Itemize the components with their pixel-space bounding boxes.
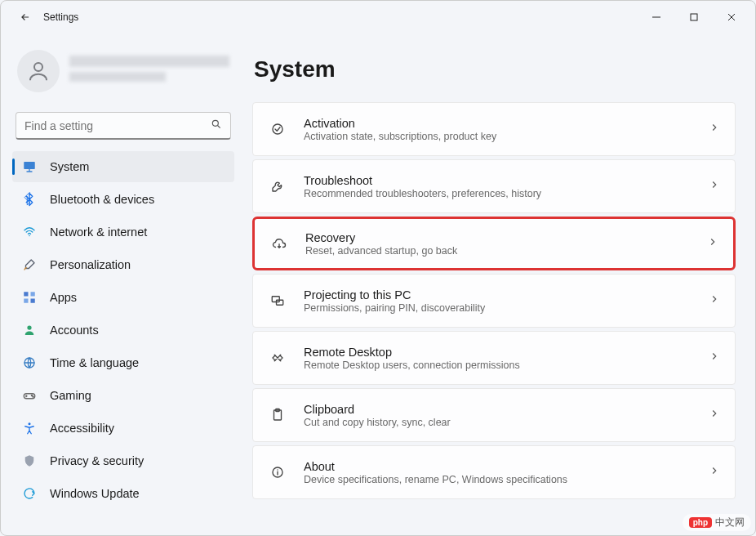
- card-troubleshoot[interactable]: Troubleshoot Recommended troubleshooters…: [252, 159, 736, 213]
- svg-rect-6: [31, 292, 35, 296]
- remote-icon: [268, 351, 287, 365]
- update-icon: [22, 486, 37, 501]
- svg-rect-16: [272, 297, 279, 302]
- sidebar-item-personalization[interactable]: Personalization: [12, 249, 234, 280]
- card-title: Troubleshoot: [304, 174, 692, 187]
- maximize-button[interactable]: [675, 4, 713, 30]
- card-title: Activation: [304, 117, 692, 130]
- chevron-right-icon: [709, 293, 720, 308]
- info-icon: [268, 465, 287, 480]
- svg-point-12: [31, 395, 32, 395]
- sidebar-item-label: Windows Update: [50, 487, 140, 500]
- settings-window: Settings: [0, 0, 756, 536]
- card-text: Recovery Reset, advanced startup, go bac…: [305, 231, 691, 257]
- sidebar-item-label: Accounts: [50, 324, 99, 337]
- profile-header[interactable]: [12, 40, 234, 107]
- back-button[interactable]: [16, 11, 35, 23]
- card-text: Troubleshoot Recommended troubleshooters…: [304, 174, 692, 199]
- svg-rect-3: [24, 162, 35, 169]
- gamepad-icon: [22, 388, 37, 403]
- sidebar-item-label: Time & language: [50, 356, 139, 369]
- card-subtitle: Activation state, subscriptions, product…: [304, 131, 692, 142]
- card-subtitle: Permissions, pairing PIN, discoverabilit…: [304, 302, 692, 314]
- settings-cards: Activation Activation state, subscriptio…: [252, 102, 736, 499]
- card-subtitle: Reset, advanced startup, go back: [305, 245, 691, 257]
- card-subtitle: Recommended troubleshooters, preferences…: [304, 188, 692, 199]
- watermark-text: 中文网: [715, 516, 745, 529]
- svg-rect-8: [31, 299, 35, 303]
- watermark: php 中文网: [683, 514, 751, 531]
- card-text: About Device specifications, rename PC, …: [304, 460, 692, 485]
- sidebar: System Bluetooth & devices Network & int…: [1, 34, 246, 535]
- person-icon: [22, 323, 37, 337]
- svg-point-2: [212, 120, 218, 126]
- card-subtitle: Remote Desktop users, connection permiss…: [304, 360, 692, 371]
- card-subtitle: Device specifications, rename PC, Window…: [304, 474, 692, 485]
- sidebar-item-label: System: [50, 160, 89, 173]
- sidebar-item-label: Bluetooth & devices: [50, 193, 154, 206]
- search-input[interactable]: [16, 112, 231, 140]
- svg-rect-0: [691, 14, 697, 20]
- chevron-right-icon: [709, 351, 720, 365]
- clipboard-icon: [268, 408, 287, 422]
- chevron-right-icon: [709, 465, 720, 480]
- chevron-right-icon: [707, 236, 718, 251]
- shield-icon: [22, 453, 37, 468]
- sidebar-item-label: Accessibility: [50, 422, 114, 435]
- recovery-icon: [269, 236, 289, 251]
- chevron-right-icon: [709, 408, 720, 422]
- brush-icon: [22, 257, 37, 272]
- watermark-logo: php: [689, 517, 712, 528]
- wifi-icon: [22, 225, 37, 239]
- sidebar-item-privacy-security[interactable]: Privacy & security: [12, 445, 234, 476]
- sidebar-item-windows-update[interactable]: Windows Update: [12, 478, 234, 509]
- search-icon: [211, 118, 222, 133]
- minimize-button[interactable]: [638, 4, 675, 30]
- globe-icon: [22, 355, 37, 370]
- sidebar-item-accessibility[interactable]: Accessibility: [12, 413, 234, 444]
- card-text: Remote Desktop Remote Desktop users, con…: [304, 346, 692, 371]
- svg-point-1: [34, 63, 42, 71]
- main-content: System Activation Activation state, subs…: [246, 34, 755, 535]
- accessibility-icon: [22, 421, 37, 436]
- sidebar-item-bluetooth-devices[interactable]: Bluetooth & devices: [12, 184, 234, 215]
- check-icon: [268, 122, 287, 136]
- bluetooth-icon: [22, 192, 37, 207]
- card-title: Projecting to this PC: [304, 288, 692, 302]
- svg-rect-7: [24, 299, 28, 303]
- card-text: Clipboard Cut and copy history, sync, cl…: [304, 403, 692, 428]
- chevron-right-icon: [709, 122, 720, 136]
- sidebar-item-accounts[interactable]: Accounts: [12, 315, 234, 346]
- close-button[interactable]: [713, 4, 750, 30]
- svg-point-4: [29, 235, 30, 237]
- svg-point-13: [33, 396, 33, 397]
- card-recovery[interactable]: Recovery Reset, advanced startup, go bac…: [252, 217, 736, 270]
- window-title: Settings: [43, 11, 78, 23]
- card-title: Remote Desktop: [304, 346, 692, 359]
- sidebar-item-gaming[interactable]: Gaming: [12, 380, 234, 411]
- card-activation[interactable]: Activation Activation state, subscriptio…: [252, 102, 736, 156]
- sidebar-item-network-internet[interactable]: Network & internet: [12, 217, 234, 248]
- avatar: [17, 50, 60, 92]
- window-controls: [638, 4, 750, 30]
- card-clipboard[interactable]: Clipboard Cut and copy history, sync, cl…: [252, 388, 736, 442]
- project-icon: [268, 293, 287, 308]
- card-title: Recovery: [305, 231, 691, 244]
- display-icon: [22, 159, 37, 174]
- profile-info-redacted: [69, 56, 229, 87]
- search-field[interactable]: [24, 119, 211, 132]
- card-about[interactable]: About Device specifications, rename PC, …: [252, 445, 736, 499]
- sidebar-item-label: Gaming: [50, 389, 91, 402]
- card-title: Clipboard: [304, 403, 692, 416]
- sidebar-item-label: Personalization: [50, 258, 131, 271]
- card-text: Activation Activation state, subscriptio…: [304, 117, 692, 142]
- sidebar-item-system[interactable]: System: [12, 151, 234, 182]
- page-heading: System: [254, 56, 736, 83]
- sidebar-item-apps[interactable]: Apps: [12, 282, 234, 313]
- svg-rect-5: [24, 292, 28, 296]
- sidebar-item-time-language[interactable]: Time & language: [12, 347, 234, 378]
- card-projecting-to-this-pc[interactable]: Projecting to this PC Permissions, pairi…: [252, 274, 736, 328]
- card-remote-desktop[interactable]: Remote Desktop Remote Desktop users, con…: [252, 331, 736, 385]
- card-text: Projecting to this PC Permissions, pairi…: [304, 288, 692, 314]
- chevron-right-icon: [709, 179, 720, 194]
